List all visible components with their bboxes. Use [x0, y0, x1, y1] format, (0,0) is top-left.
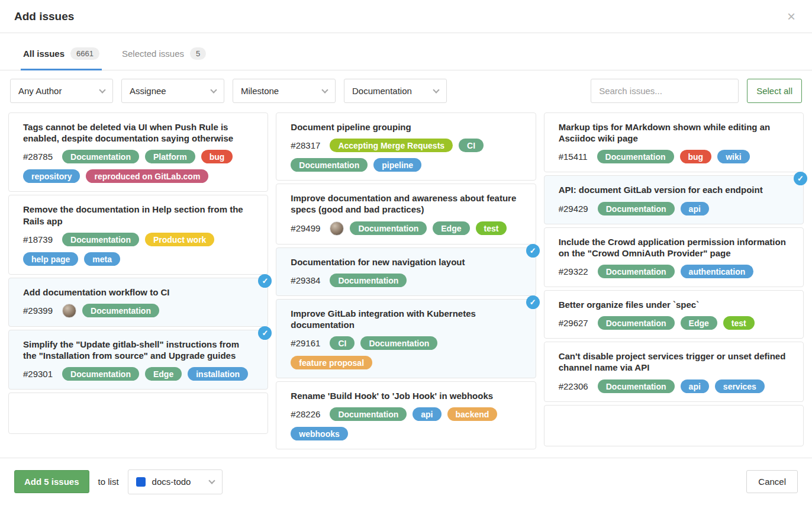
issue-title: Document pipeline grouping [291, 121, 521, 133]
selected-check-icon: ✓ [258, 274, 272, 288]
issue-label: Documentation [330, 407, 407, 421]
issue-card[interactable]: ✓API: document GitLab version for each e… [544, 175, 804, 224]
issue-card[interactable]: ✓Documentation for new navigation layout… [276, 247, 536, 296]
issue-card[interactable]: Document pipeline grouping#28317Acceptin… [276, 112, 536, 181]
issue-label: CI [459, 139, 484, 152]
issue-label: webhooks [291, 427, 347, 440]
issue-label: Documentation [598, 265, 675, 278]
issue-title: Better organize files under `spec` [559, 299, 789, 310]
list-name-label: docs-todo [152, 477, 191, 487]
issue-meta: #29161CIDocumentationfeature proposal [291, 336, 521, 369]
issue-number: #29384 [291, 275, 320, 285]
milestone-filter-dropdown[interactable]: Milestone [233, 79, 336, 103]
list-select-dropdown[interactable]: docs-todo [128, 469, 223, 494]
chevron-down-icon [208, 477, 215, 484]
footer-bar: Add 5 issues to list docs-todo Cancel [0, 458, 812, 505]
issue-title: Remove the documentation in Help section… [23, 204, 253, 226]
label-filter-label: Documentation [352, 86, 412, 96]
search-input[interactable] [591, 79, 739, 103]
select-all-button[interactable]: Select all [747, 79, 802, 103]
issue-meta: #28317Accepting Merge RequestsCIDocument… [291, 139, 521, 172]
issue-title: Can't disable project services trigger o… [559, 350, 789, 373]
issue-card[interactable]: ✓Add documentation workflow to CI#29399D… [8, 278, 268, 327]
tab-selected-issues[interactable]: Selected issues 5 [120, 47, 208, 70]
issue-label: services [715, 379, 765, 393]
issue-label: repository [23, 169, 80, 183]
issue-meta: #29301DocumentationEdgeinstallation [23, 367, 253, 381]
issue-card[interactable]: Tags cannot be deleted via UI when Push … [8, 112, 268, 192]
issue-card[interactable]: Remove the documentation in Help section… [8, 195, 268, 274]
issue-label: Documentation [360, 336, 437, 350]
issue-number: #28785 [23, 152, 53, 162]
issue-meta: #22306Documentationapiservices [559, 379, 789, 393]
issue-label: meta [84, 252, 120, 266]
issue-label: bug [201, 150, 233, 163]
cancel-button[interactable]: Cancel [746, 470, 798, 493]
board-column: Tags cannot be deleted via UI when Push … [8, 112, 268, 458]
issue-number: #28317 [291, 140, 320, 150]
chevron-down-icon [433, 86, 439, 93]
issue-label: api [681, 202, 709, 215]
issue-number: #29429 [559, 204, 588, 214]
selected-check-icon: ✓ [794, 172, 807, 185]
issue-label: authentication [681, 265, 754, 278]
issue-number: #18739 [23, 234, 53, 245]
issue-label: Documentation [291, 158, 368, 172]
author-filter-dropdown[interactable]: Any Author [10, 79, 113, 103]
filter-bar: Any Author Assignee Milestone Documentat… [0, 70, 812, 112]
modal-title: Add issues [14, 10, 74, 23]
issue-card[interactable]: Better organize files under `spec`#29627… [544, 290, 804, 339]
issue-title: Include the Crowd application permission… [559, 236, 789, 259]
issue-meta: #18739DocumentationProduct workhelp page… [23, 233, 253, 266]
issue-label: Documentation [82, 304, 159, 317]
issue-title: Improve GitLab integration with Kubernet… [291, 308, 521, 330]
list-color-swatch [136, 477, 146, 487]
issue-meta: #29384Documentation [291, 274, 521, 287]
issue-meta: #28226Documentationapibackendwebhooks [291, 407, 521, 440]
issue-card[interactable]: Markup tips for MArkdown shown while edi… [544, 112, 804, 172]
issue-card[interactable]: Rename 'Build Hook' to 'Job Hook' in web… [276, 381, 536, 449]
add-issues-button[interactable]: Add 5 issues [14, 470, 89, 493]
issue-title: Simplify the "Update gitlab-shell" instr… [23, 339, 253, 361]
issue-card[interactable]: ✓Simplify the "Update gitlab-shell" inst… [8, 330, 268, 390]
issue-label: Documentation [62, 233, 139, 246]
close-icon[interactable]: × [785, 9, 798, 24]
issue-label: Edge [681, 316, 717, 330]
chevron-down-icon [321, 86, 328, 93]
selected-check-icon: ✓ [526, 295, 540, 309]
issue-label: Documentation [330, 274, 407, 287]
issue-meta: #28785DocumentationPlatformbugrepository… [23, 150, 253, 183]
issue-label: bug [680, 150, 712, 163]
milestone-filter-label: Milestone [241, 86, 279, 96]
label-filter-dropdown[interactable]: Documentation [344, 79, 447, 103]
avatar [62, 304, 76, 318]
author-filter-label: Any Author [18, 86, 62, 96]
issue-label: pipeline [373, 158, 421, 172]
assignee-filter-label: Assignee [130, 86, 166, 96]
assignee-filter-dropdown[interactable]: Assignee [121, 79, 224, 103]
issue-card[interactable] [544, 405, 804, 446]
issue-label: api [413, 407, 441, 421]
issue-title: Tags cannot be deleted via UI when Push … [23, 121, 253, 144]
issue-card[interactable] [8, 393, 268, 434]
issue-card[interactable]: Improve documentation and awareness abou… [276, 184, 536, 244]
issue-card[interactable]: Include the Crowd application permission… [544, 227, 804, 287]
issue-label: Accepting Merge Requests [330, 139, 453, 152]
issue-label: Documentation [598, 202, 675, 215]
selected-check-icon: ✓ [526, 244, 540, 258]
tab-all-issues-count: 6661 [70, 47, 99, 60]
issue-card[interactable]: ✓Improve GitLab integration with Kuberne… [276, 299, 536, 378]
issue-label: CI [330, 336, 355, 350]
modal-header: Add issues × [0, 0, 812, 33]
tab-bar: All issues 6661 Selected issues 5 [0, 47, 812, 70]
board-column: Document pipeline grouping#28317Acceptin… [276, 112, 536, 458]
issue-label: Edge [433, 221, 469, 235]
board-column: Markup tips for MArkdown shown while edi… [544, 112, 804, 458]
issue-meta: #29399Documentation [23, 304, 253, 318]
issue-card[interactable]: Can't disable project services trigger o… [544, 342, 804, 401]
issue-label: Documentation [597, 150, 674, 163]
avatar [330, 221, 344, 236]
tab-all-issues[interactable]: All issues 6661 [21, 47, 102, 70]
issue-label: Documentation [350, 221, 427, 235]
issue-label: feature proposal [291, 356, 372, 369]
